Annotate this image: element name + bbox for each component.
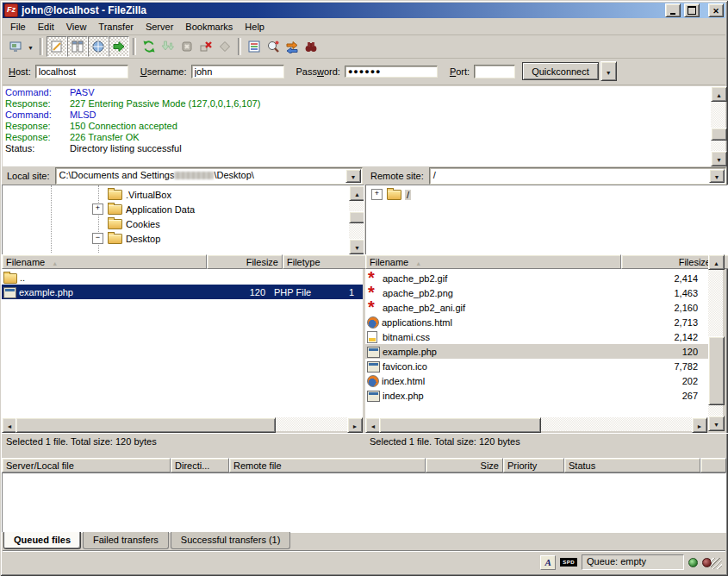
column-header-filename[interactable]: Filename [365, 254, 621, 269]
chevron-down-icon [28, 41, 34, 52]
column-header-direction[interactable]: Directi... [171, 458, 229, 473]
file-row[interactable]: apache_pb2_ani.gif2,160 [365, 300, 708, 315]
local-tree-vertical-scrollbar[interactable] [349, 185, 364, 254]
quickconnect-dropdown-button[interactable] [600, 61, 617, 81]
remote-list-vertical-scrollbar[interactable] [708, 254, 723, 431]
log-label: Response: [5, 132, 70, 143]
maximize-button[interactable] [684, 3, 700, 17]
disconnect-icon[interactable] [196, 37, 215, 56]
ascii-datatype-icon: A [540, 555, 556, 570]
column-header-filesize[interactable]: Filesize [207, 254, 283, 269]
file-row[interactable]: apache_pb2.gif2,414 [365, 271, 708, 285]
remote-site-row: Remote site: / [365, 168, 726, 184]
scrollbar-thumb[interactable] [349, 211, 364, 223]
menu-help[interactable]: Help [239, 20, 271, 34]
column-header-filetype[interactable]: Filetype [283, 254, 366, 269]
column-header-filesize[interactable]: Filesize [621, 254, 715, 269]
menu-file[interactable]: File [4, 20, 32, 34]
file-row[interactable]: index.html202 [365, 373, 708, 388]
tree-item-virtualbox[interactable]: .VirtualBox [3, 187, 364, 202]
file-row[interactable]: applications.html2,713 [365, 315, 708, 329]
file-row[interactable]: index.php267 [365, 388, 708, 403]
file-row-parent-dir[interactable]: .. [2, 270, 363, 285]
toggle-remote-tree-icon[interactable] [88, 36, 109, 57]
remote-tree: / [365, 185, 728, 255]
log-label: Response: [5, 121, 70, 132]
tab-failed-transfers[interactable]: Failed transfers [83, 532, 169, 549]
menu-server[interactable]: Server [140, 20, 179, 34]
remote-list-horizontal-scrollbar[interactable] [365, 417, 707, 431]
remote-site-dropdown-button[interactable] [709, 169, 725, 183]
site-manager-dropdown-icon[interactable] [25, 38, 36, 55]
toggle-message-log-icon[interactable] [47, 36, 67, 57]
toggle-local-tree-icon[interactable] [67, 36, 88, 57]
column-header-remote-file[interactable]: Remote file [229, 458, 426, 473]
redacted-username [174, 172, 214, 179]
file-row[interactable]: apache_pb2.png1,463 [365, 285, 708, 300]
local-tree: .VirtualBox Application Data Cookies Des… [2, 185, 364, 255]
cancel-operation-icon[interactable] [177, 37, 196, 56]
close-button[interactable] [708, 3, 724, 17]
column-header-status[interactable]: Status [564, 458, 700, 473]
column-header-filename[interactable]: Filename [2, 254, 207, 269]
scroll-up-button[interactable] [711, 86, 727, 102]
scroll-up-button[interactable] [349, 185, 364, 201]
site-manager-icon[interactable] [6, 37, 25, 56]
process-queue-icon[interactable] [159, 37, 177, 56]
expand-icon[interactable] [371, 189, 383, 200]
file-row-example-php[interactable]: example.php 120 PHP File 1 [2, 285, 363, 299]
minimize-button[interactable] [665, 3, 681, 17]
resize-grip[interactable] [711, 558, 722, 569]
local-list-horizontal-scrollbar[interactable] [2, 417, 363, 431]
synchronized-browsing-icon[interactable] [283, 37, 302, 56]
file-row[interactable]: bitnami.css2,142 [365, 329, 708, 344]
tree-item-cookies[interactable]: Cookies [3, 216, 364, 231]
tree-item-application-data[interactable]: Application Data [3, 202, 364, 216]
refresh-icon[interactable] [140, 37, 159, 56]
menu-transfer[interactable]: Transfer [92, 20, 140, 34]
tab-successful-transfers[interactable]: Successful transfers (1) [171, 532, 291, 549]
scroll-up-button[interactable] [708, 254, 725, 270]
username-input[interactable] [191, 65, 284, 78]
scroll-right-button[interactable] [692, 417, 707, 433]
quickconnect-button[interactable]: Quickconnect [522, 62, 599, 80]
scrollbar-thumb[interactable] [711, 128, 727, 141]
port-input[interactable] [474, 65, 515, 78]
expand-icon[interactable] [92, 203, 103, 215]
scrollbar-thumb[interactable] [16, 417, 276, 433]
reconnect-icon[interactable] [215, 37, 234, 56]
remote-selection-status: Selected 1 file. Total size: 120 bytes [365, 433, 728, 452]
column-header-server-local-file[interactable]: Server/Local file [2, 458, 171, 473]
log-text: PASV [70, 87, 710, 98]
file-row-selected[interactable]: example.php120 [365, 344, 708, 359]
scroll-down-button[interactable] [708, 416, 725, 431]
local-site-combobox[interactable]: C:\Documents and Settings\Desktop\ [55, 167, 363, 185]
scroll-down-button[interactable] [349, 239, 364, 254]
menu-view[interactable]: View [60, 20, 93, 34]
tree-item-root[interactable]: / [366, 187, 727, 202]
tree-item-desktop[interactable]: Desktop [3, 231, 364, 246]
column-header-priority[interactable]: Priority [503, 458, 564, 473]
tab-queued-files[interactable]: Queued files [3, 532, 81, 549]
scroll-right-button[interactable] [347, 417, 363, 433]
menu-edit[interactable]: Edit [32, 20, 60, 34]
password-input[interactable] [345, 66, 438, 78]
menu-bookmarks[interactable]: Bookmarks [179, 20, 239, 34]
find-files-icon[interactable] [302, 37, 320, 56]
file-row[interactable]: favicon.ico7,782 [365, 359, 708, 373]
scroll-down-button[interactable] [711, 151, 727, 166]
toggle-transfer-queue-icon[interactable] [109, 36, 129, 57]
remote-site-combobox[interactable]: / [429, 167, 726, 185]
scrollbar-thumb[interactable] [708, 336, 725, 405]
speed-limit-icon: SPD [560, 558, 577, 567]
compare-directories-icon[interactable] [264, 37, 283, 56]
open-folder-icon [387, 190, 401, 200]
log-vertical-scrollbar[interactable] [711, 86, 725, 166]
log-text: 150 Connection accepted [70, 121, 710, 132]
column-header-size[interactable]: Size [426, 458, 503, 473]
scrollbar-thumb[interactable] [379, 417, 541, 433]
host-input[interactable] [35, 65, 128, 78]
directory-filters-icon[interactable] [245, 37, 264, 56]
collapse-icon[interactable] [92, 233, 103, 244]
local-site-dropdown-button[interactable] [345, 169, 361, 183]
